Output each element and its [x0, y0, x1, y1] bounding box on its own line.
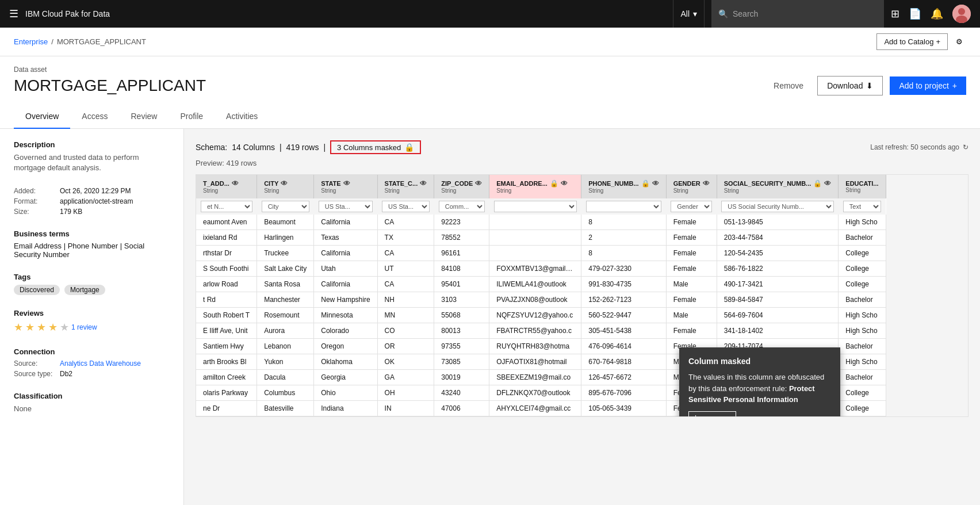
table-cell: eaumont Aven — [196, 215, 257, 230]
col-header-street-address: T_ADD... 👁 String — [196, 175, 257, 198]
breadcrumb-parent[interactable]: Enterprise — [14, 37, 48, 46]
table-cell: Oregon — [314, 339, 377, 354]
table-cell: 560-522-9447 — [581, 308, 666, 323]
page-header: Data asset MORTGAGE_APPLICANT Remove Dow… — [0, 56, 980, 105]
filter-email[interactable] — [494, 201, 577, 212]
table-cell: 476-096-4614 — [581, 339, 666, 354]
table-cell: High Scho — [839, 308, 886, 323]
search-icon: 🔍 — [718, 9, 728, 18]
table-cell: 589-84-5847 — [717, 292, 839, 308]
schema-left: Schema: 14 Columns | 419 rows | 3 Column… — [196, 140, 421, 154]
business-terms-title: Business terms — [14, 229, 170, 238]
table-cell: Ohio — [314, 385, 377, 401]
eye-icon[interactable]: 👁 — [652, 179, 659, 188]
col-header-phone: PHONE_NUMB... 🔒 👁 String — [581, 175, 666, 198]
classification-title: Classification — [14, 392, 170, 400]
table-cell: 341-18-1402 — [717, 323, 839, 339]
added-value: Oct 26, 2020 12:29 PM — [60, 187, 131, 195]
menu-icon[interactable]: ☰ — [9, 7, 18, 20]
document-icon[interactable]: 📄 — [909, 7, 921, 20]
eye-icon[interactable]: 👁 — [281, 179, 288, 188]
eye-icon[interactable]: 👁 — [703, 179, 710, 188]
table-cell: Female — [666, 261, 717, 277]
business-terms-value: Email Address | Phone Number | Social Se… — [14, 242, 170, 259]
tag-discovered[interactable]: Discovered — [14, 285, 60, 295]
add-to-project-button[interactable]: Add to project + — [890, 76, 966, 95]
tab-access[interactable]: Access — [70, 105, 119, 129]
table-cell: Aurora — [257, 323, 314, 339]
table-cell: Rosemount — [257, 308, 314, 323]
search-input[interactable] — [733, 9, 877, 18]
filter-state-code[interactable]: US Sta... — [382, 201, 430, 212]
table-cell: 78552 — [434, 230, 489, 246]
eye-icon[interactable]: 👁 — [475, 179, 482, 188]
eye-icon[interactable]: 👁 — [824, 179, 831, 188]
filter-street[interactable]: et N... — [201, 201, 252, 212]
settings-icon[interactable]: ⚙ — [952, 34, 966, 49]
table-cell: olaris Parkway — [196, 385, 257, 401]
table-cell: 96161 — [434, 246, 489, 261]
tab-activities[interactable]: Activities — [215, 105, 269, 129]
table-cell: 3103 — [434, 292, 489, 308]
table-cell: Female — [666, 215, 717, 230]
star-2: ★ — [25, 321, 35, 334]
table-cell: 479-027-3230 — [581, 261, 666, 277]
avatar[interactable] — [952, 5, 971, 23]
connection-section: Connection Source: Analytics Data Wareho… — [14, 347, 170, 378]
review-link[interactable]: 1 review — [71, 323, 97, 331]
filter-state[interactable]: US Sta... — [319, 201, 373, 212]
scope-dropdown[interactable]: All ▾ — [673, 0, 705, 28]
learn-more-button[interactable]: Learn more — [688, 411, 736, 418]
table-cell: Utah — [314, 261, 377, 277]
filter-education[interactable]: Text — [843, 201, 881, 212]
tab-profile[interactable]: Profile — [169, 105, 215, 129]
download-button[interactable]: Download ⬇ — [817, 76, 883, 95]
filter-zip[interactable]: Comm... — [439, 201, 485, 212]
table-cell: 92223 — [434, 215, 489, 230]
tooltip-title: Column masked — [688, 357, 831, 366]
filter-phone[interactable] — [586, 201, 661, 212]
table-row: South Robert TRosemountMinnesotaMN55068N… — [196, 308, 886, 323]
tag-mortgage[interactable]: Mortgage — [64, 285, 105, 295]
source-link[interactable]: Analytics Data Warehouse — [60, 359, 141, 368]
tab-overview[interactable]: Overview — [14, 105, 70, 129]
eye-icon[interactable]: 👁 — [232, 179, 239, 188]
table-cell: California — [314, 277, 377, 292]
table-cell: SBEEXEZM19@mail.co — [489, 370, 581, 385]
table-cell: t Rd — [196, 292, 257, 308]
add-project-label: Add to project — [899, 81, 948, 90]
chevron-down-icon: ▾ — [693, 9, 697, 18]
table-row: t RdManchesterNew HampshireNH3103PVAJZJX… — [196, 292, 886, 308]
eye-icon[interactable]: 👁 — [420, 179, 427, 188]
table-cell: Bachelor — [839, 292, 886, 308]
table-cell: Dacula — [257, 370, 314, 385]
columns-masked-badge[interactable]: 3 Columns masked 🔒 — [330, 140, 421, 154]
eye-icon[interactable]: 👁 — [343, 179, 350, 188]
table-header-row: T_ADD... 👁 String CITY 👁 String — [196, 175, 886, 198]
filter-city[interactable]: City — [262, 201, 309, 212]
eye-icon[interactable]: 👁 — [561, 179, 568, 188]
breadcrumb-actions: Add to Catalog + ⚙ — [876, 33, 966, 50]
top-navigation: ☰ IBM Cloud Pak for Data All ▾ 🔍 ⊞ 📄 🔔 — [0, 0, 980, 28]
plus-icon: + — [952, 81, 957, 90]
reviews-section: Reviews ★ ★ ★ ★ ★ 1 review — [14, 309, 170, 334]
table-cell: CO — [377, 323, 434, 339]
col-header-ssn: SOCIAL_SECURITY_NUMB... 🔒 👁 String — [717, 175, 839, 198]
table-cell: 564-69-7604 — [717, 308, 839, 323]
preview-rows: 419 rows — [226, 159, 257, 167]
filter-gender[interactable]: Gender — [671, 201, 712, 212]
filter-ssn[interactable]: US Social Security Numb... — [721, 201, 834, 212]
grid-icon[interactable]: ⊞ — [891, 7, 899, 20]
table-cell: College — [839, 261, 886, 277]
app-title: IBM Cloud Pak for Data — [25, 9, 110, 18]
refresh-icon[interactable]: ↻ — [963, 143, 968, 151]
table-row: arlow RoadSanta RosaCaliforniaCA95401ILI… — [196, 277, 886, 292]
table-cell: Female — [666, 292, 717, 308]
add-to-catalog-label: Add to Catalog — [884, 37, 933, 46]
bell-icon[interactable]: 🔔 — [931, 7, 943, 20]
remove-button[interactable]: Remove — [767, 76, 810, 95]
table-cell: Bachelor — [839, 339, 886, 354]
tab-review[interactable]: Review — [119, 105, 169, 129]
table-cell: S South Foothi — [196, 261, 257, 277]
add-to-catalog-button[interactable]: Add to Catalog + — [876, 33, 948, 50]
